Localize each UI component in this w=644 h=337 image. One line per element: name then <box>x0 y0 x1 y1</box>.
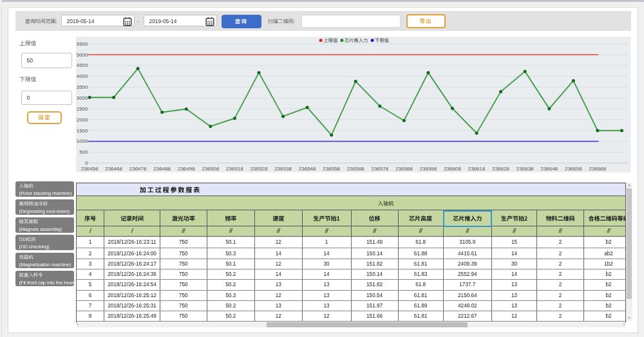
svg-text:236498: 236498 <box>177 166 194 172</box>
svg-text:236608: 236608 <box>444 166 461 172</box>
svg-text:236518: 236518 <box>226 166 243 172</box>
svg-text:236618: 236618 <box>468 166 485 172</box>
svg-text:1500: 1500 <box>76 128 88 134</box>
svg-text:236478: 236478 <box>129 166 146 172</box>
svg-text:1000: 1000 <box>76 138 88 144</box>
svg-text:236468: 236468 <box>105 166 122 172</box>
svg-text:236648: 236648 <box>540 166 558 172</box>
svg-text:236458: 236458 <box>80 166 98 172</box>
svg-text:236568: 236568 <box>346 166 364 172</box>
svg-text:0: 0 <box>85 160 88 166</box>
svg-text:500: 500 <box>79 149 88 155</box>
svg-text:236598: 236598 <box>419 166 437 172</box>
svg-text:4000: 4000 <box>76 73 88 79</box>
svg-text:236658: 236658 <box>564 166 582 172</box>
svg-text:236538: 236538 <box>274 166 292 172</box>
svg-text:4500: 4500 <box>76 62 88 68</box>
svg-text:236588: 236588 <box>395 166 413 172</box>
svg-text:3000: 3000 <box>76 95 88 101</box>
svg-text:236638: 236638 <box>516 166 533 172</box>
svg-text:236508: 236508 <box>202 166 219 172</box>
svg-text:236578: 236578 <box>371 166 388 172</box>
svg-text:236488: 236488 <box>153 166 171 172</box>
svg-text:5000: 5000 <box>76 52 88 58</box>
svg-text:2000: 2000 <box>76 117 88 123</box>
svg-text:236668: 236668 <box>589 166 606 172</box>
svg-text:236528: 236528 <box>250 166 267 172</box>
svg-text:236558: 236558 <box>323 166 340 172</box>
svg-text:236548: 236548 <box>298 166 316 172</box>
svg-text:236628: 236628 <box>492 166 509 172</box>
svg-text:5500: 5500 <box>76 41 88 47</box>
svg-text:3500: 3500 <box>76 84 88 90</box>
svg-text:2500: 2500 <box>76 106 88 112</box>
